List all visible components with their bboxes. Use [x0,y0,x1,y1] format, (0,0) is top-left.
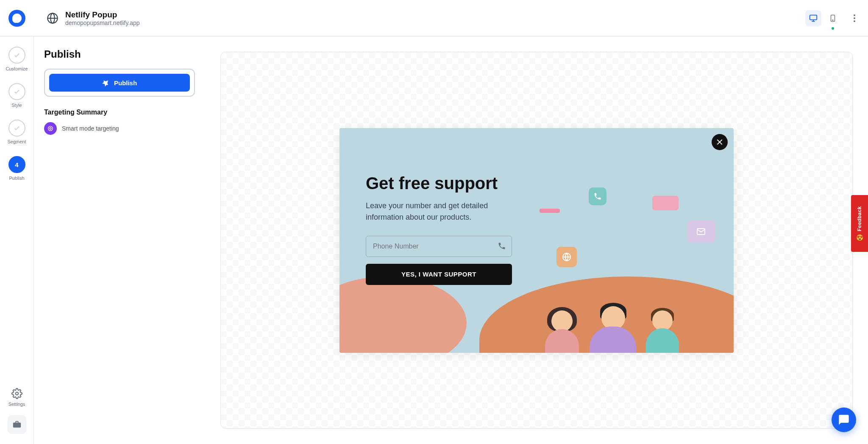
svg-point-6 [48,126,53,131]
targeting-heading: Targeting Summary [44,109,195,116]
popup-description: Leave your number and get detailed infor… [366,200,512,223]
step-number: 4 [15,161,18,168]
settings-label: Settings [8,402,25,407]
svg-point-4 [832,20,833,20]
desktop-view-button[interactable] [805,10,821,26]
targeting-item-label: Smart mode targeting [62,125,119,132]
check-icon [13,88,21,95]
targeting-icon-wrap [44,122,57,135]
step-sidebar: Customize Style Segment 4 Publish Settin… [0,36,34,444]
phone-icon [498,242,506,250]
check-icon [13,51,21,59]
topbar: Netlify Popup demopopupsmart.netlify.app [0,0,868,36]
popup-title: Get free support [366,174,512,193]
publish-button[interactable]: Publish [49,74,190,92]
chat-bubble-icon [12,14,22,23]
more-menu-button[interactable] [849,14,860,22]
targeting-section: Targeting Summary Smart mode targeting [44,109,195,135]
rocket-icon [102,79,110,87]
svg-rect-2 [810,15,817,20]
popup-content: Get free support Leave your number and g… [366,174,512,285]
feedback-label: Feedback [857,206,862,231]
publish-button-label: Publish [114,79,137,87]
step-label: Segment [7,139,26,144]
gear-icon [11,388,22,399]
publish-panel: Publish Publish Targeting Summary Smart … [34,36,205,444]
target-icon [47,125,54,132]
step-segment[interactable]: Segment [7,120,26,144]
chat-widget-button[interactable] [832,408,856,432]
step-label: Publish [9,176,24,181]
popup-close-button[interactable] [712,134,728,150]
popup-cta-button[interactable]: YES, I WANT SUPPORT [366,264,512,285]
panel-title: Publish [44,48,195,60]
briefcase-icon [12,420,22,429]
step-customize[interactable]: Customize [6,47,28,71]
desktop-icon [809,14,818,23]
preview-frame: Get free support Leave your number and g… [220,52,853,429]
popup-preview: Get free support Leave your number and g… [339,128,734,353]
step-label: Customize [6,66,28,71]
settings-button[interactable]: Settings [8,388,25,407]
preview-canvas: Get free support Leave your number and g… [205,36,868,444]
page-title: Netlify Popup [65,10,140,20]
page-domain: demopopupsmart.netlify.app [65,20,140,26]
device-toggles [805,10,860,26]
step-label: Style [11,103,22,108]
chat-icon [838,414,850,426]
app-logo[interactable] [8,10,25,27]
globe-icon [47,12,58,24]
step-publish[interactable]: 4 Publish [8,156,25,181]
mobile-icon [829,14,837,23]
phone-input[interactable] [366,236,512,257]
popup-cta-label: YES, I WANT SUPPORT [401,271,476,278]
heart-eyes-icon: 😍 [856,234,863,241]
svg-point-5 [15,392,18,395]
feedback-tab[interactable]: Feedback 😍 [851,195,868,252]
briefcase-button[interactable] [8,415,26,434]
svg-point-7 [50,128,51,129]
check-icon [13,124,21,132]
publish-card: Publish [44,69,195,97]
targeting-item: Smart mode targeting [44,122,195,135]
domain-info: Netlify Popup demopopupsmart.netlify.app [34,10,140,26]
mobile-view-button[interactable] [825,10,841,26]
step-style[interactable]: Style [8,83,25,108]
logo-area [0,10,34,27]
mobile-active-dot [832,27,834,30]
people-illustration [543,200,696,310]
